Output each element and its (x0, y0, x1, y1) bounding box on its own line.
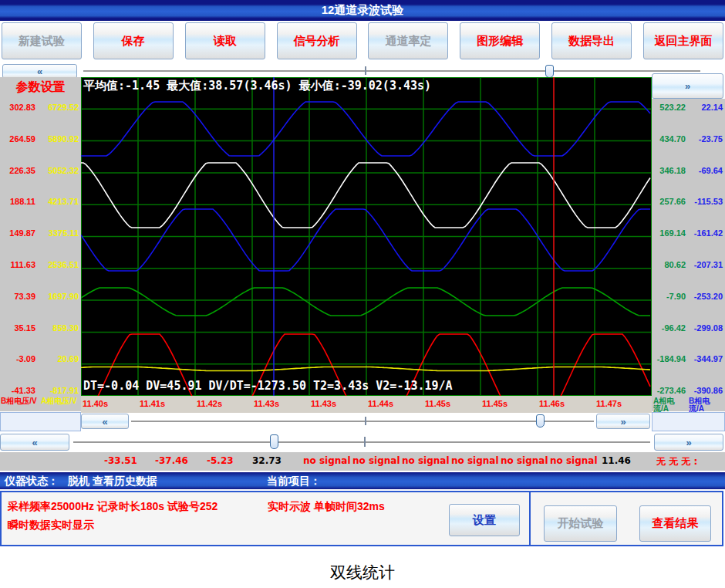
channel-calibration-button: 通道率定 (368, 22, 448, 59)
save-button[interactable]: 保存 (93, 22, 174, 59)
time-tick-label: 11.45s (481, 396, 538, 413)
panel-divider (529, 491, 531, 546)
instant-value: 11.46 (602, 455, 631, 466)
axis-value: -299.08 (686, 323, 723, 333)
time-tick-label: 11.45s (423, 396, 481, 413)
chart-cursor-info-text: DT=-0.04 DV=45.91 DV/DT=-1273.50 T2=3.43… (83, 379, 453, 393)
axis-value: 434.70 (653, 134, 686, 144)
axis-channel-label: A相电压/V (41, 397, 79, 405)
data-export-button[interactable]: 数据导出 (551, 22, 632, 59)
app-window: 12通道录波试验 新建试验保存读取信号分析通道率定图形编辑数据导出返回主界面 «… (0, 0, 725, 588)
settings-button[interactable]: 设置 (449, 504, 520, 536)
chevron-right-icon: » (685, 80, 690, 92)
inner-slider-track[interactable] (131, 421, 594, 422)
instant-value: no signal (550, 455, 598, 466)
chevron-left-icon: « (102, 416, 107, 427)
time-tick-label: 11.40s (81, 396, 138, 413)
outer-slider-thumb[interactable] (270, 434, 278, 449)
axis-value: 35.15 (2, 323, 35, 333)
instant-value: no signal (352, 455, 400, 466)
time-tick-label: 11.47s (595, 396, 652, 413)
scroll-right-button-outer[interactable]: » (654, 434, 723, 451)
waveform-canvas (81, 77, 652, 396)
axis-value: 169.14 (653, 228, 686, 238)
axis-value: 523.22 (653, 103, 686, 112)
signal-analysis-button[interactable]: 信号分析 (277, 22, 357, 59)
axis-channel-label: A相电流/A (653, 397, 687, 413)
axis-value: 73.39 (2, 292, 35, 301)
right-panel-footer (652, 412, 725, 431)
return-main-button[interactable]: 返回主界面 (643, 22, 723, 59)
wave-green (81, 288, 650, 316)
instant-value: 无 无 无 : (656, 455, 697, 468)
axis-value: 20.69 (39, 354, 79, 363)
time-tick-label: 11.46s (538, 396, 595, 413)
axis-value: 264.59 (2, 134, 35, 144)
instant-values-row: -33.51-37.46-5.2332.73no signalno signal… (0, 452, 725, 471)
new-test-button: 新建试验 (2, 22, 82, 59)
instant-value: -33.51 (104, 455, 137, 466)
instant-value: no signal (501, 455, 548, 466)
instant-display-text: 瞬时数据实时显示 (8, 519, 94, 532)
sampling-info-text: 采样频率25000Hz 记录时长180s 试验号252 (8, 500, 218, 514)
current-project-label: 当前项目： (267, 472, 321, 489)
axis-value: 1697.90 (39, 292, 79, 301)
waveform-chart[interactable]: 平均值:-1.45 最大值:38.57(3.46s) 最小值:-39.02(3.… (81, 77, 652, 396)
parameter-settings-header[interactable]: 参数设置 (0, 79, 81, 96)
axis-value: -253.20 (686, 292, 723, 301)
instant-value: -5.23 (207, 455, 234, 466)
right-axis-panel: 523.22434.70346.18257.66169.1480.62-7.90… (652, 99, 725, 411)
axis-value: -273.46 (653, 386, 686, 395)
outer-slider-track[interactable] (73, 441, 650, 443)
status-bar: 仪器状态： 脱机 查看历史数据 当前项目： (0, 472, 725, 489)
scroll-right-button-inner[interactable]: » (596, 414, 650, 429)
read-button[interactable]: 读取 (185, 22, 265, 59)
title-bar: 12通道录波试验 (0, 0, 725, 21)
chevron-right-icon: » (686, 437, 691, 448)
toolbar: 新建试验保存读取信号分析通道率定图形编辑数据导出返回主界面 (0, 22, 725, 62)
axis-value: -7.90 (653, 292, 686, 301)
axis-value: -184.94 (653, 354, 686, 363)
axis-value: 302.83 (2, 103, 35, 112)
realtime-info-text: 实时示波 单帧时间32ms (268, 500, 385, 514)
chevron-left-icon: « (37, 66, 42, 77)
instant-value: no signal (303, 455, 351, 466)
axis-value: -817.91 (39, 386, 79, 395)
view-results-button[interactable]: 查看结果 (639, 505, 711, 542)
scroll-right-button-top[interactable]: » (652, 73, 723, 99)
axis-value: -41.33 (2, 386, 35, 395)
scroll-left-button-inner[interactable]: « (81, 414, 129, 429)
inner-slider-thumb[interactable] (536, 414, 545, 427)
left-axis-panel: 参数设置 302.83264.59226.35188.11149.87111.6… (0, 77, 81, 411)
top-slider-tick (365, 66, 366, 75)
wave-blue-upper (81, 102, 650, 156)
top-slider-track[interactable] (83, 70, 700, 72)
axis-channel-label: B相电压/V (1, 397, 39, 405)
outer-slider-tick (364, 437, 366, 447)
top-slider-thumb[interactable] (545, 65, 554, 78)
axis-value: -69.64 (686, 166, 723, 175)
start-test-button: 开始试验 (544, 505, 617, 542)
axis-value: 80.62 (653, 260, 686, 269)
axis-value: 3375.11 (39, 228, 79, 238)
scroll-left-button-outer[interactable]: « (0, 434, 69, 451)
axis-value: -115.53 (686, 197, 723, 206)
axis-value: 5890.92 (39, 134, 79, 144)
window-title: 12通道录波试验 (322, 3, 404, 16)
axis-value: 4213.71 (39, 197, 79, 206)
axis-value: -390.86 (686, 386, 723, 395)
instant-value: no signal (402, 455, 450, 466)
axis-value: 2536.51 (39, 260, 79, 269)
time-tick-label: 11.41s (138, 396, 195, 413)
left-panel-footer (0, 412, 81, 431)
chart-stats-text: 平均值:-1.45 最大值:38.57(3.46s) 最小值:-39.02(3.… (83, 79, 431, 93)
axis-value: 859.30 (39, 323, 79, 333)
graph-edit-button[interactable]: 图形编辑 (460, 22, 540, 59)
axis-value: -207.31 (686, 260, 723, 269)
axis-value: 6729.52 (39, 103, 79, 112)
time-tick-label: 11.44s (366, 396, 423, 413)
wave-blue-lower (81, 209, 650, 271)
time-tick-label: 11.43s (309, 396, 366, 413)
axis-value: -161.42 (686, 228, 723, 238)
axis-value: -3.09 (2, 354, 35, 363)
